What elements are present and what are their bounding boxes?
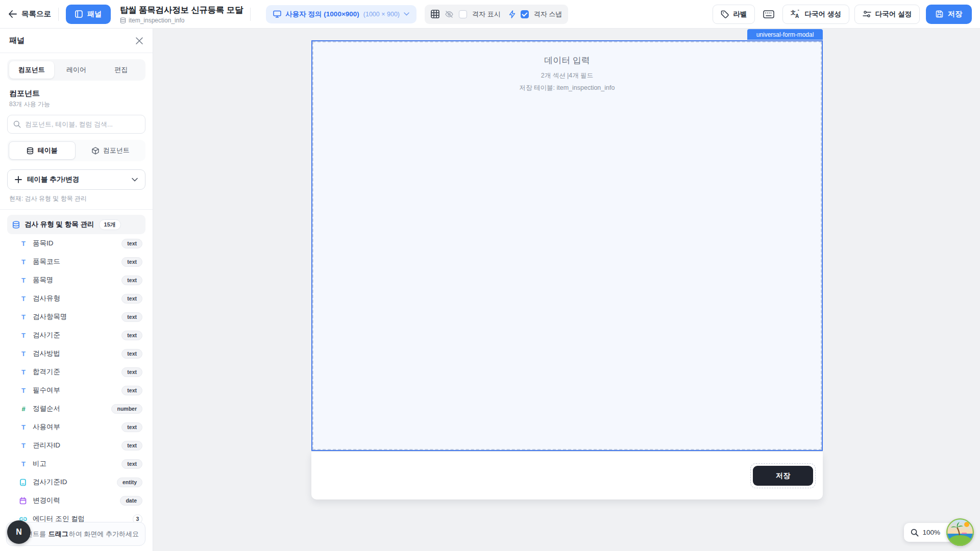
chevron-down-icon xyxy=(404,12,409,16)
modal-summary: 2개 섹션 |4개 필드 xyxy=(312,71,822,80)
save-button-selection-outline: 저장 xyxy=(750,463,816,488)
modal-save-button[interactable]: 저장 xyxy=(753,466,813,486)
table-name-label: 검사 유형 및 항목 관리 xyxy=(24,220,94,229)
component-search[interactable] xyxy=(7,115,145,134)
field-row[interactable]: T품목IDtext xyxy=(7,234,145,253)
panel-toggle-button[interactable]: 패널 xyxy=(66,5,111,24)
field-name-label: 검사기준 xyxy=(33,331,116,340)
magnifier-icon xyxy=(911,529,919,537)
field-type-badge: text xyxy=(121,294,142,304)
field-row[interactable]: 변경이력date xyxy=(7,491,145,510)
eye-off-icon[interactable] xyxy=(445,10,454,18)
left-panel: 패널 컴포넌트 레이어 편집 컴포넌트 83개 사용 가능 테이블 컴포넌트 xyxy=(0,29,153,551)
label-button[interactable]: 라벨 xyxy=(713,5,755,24)
show-grid-checkbox[interactable] xyxy=(459,10,467,18)
field-row[interactable]: #정렬순서number xyxy=(7,399,145,418)
database-icon xyxy=(120,17,126,23)
text-type-icon: T xyxy=(19,442,28,449)
field-name-label: 품목명 xyxy=(33,276,116,285)
plus-icon xyxy=(15,176,22,183)
date-type-icon xyxy=(19,497,28,505)
back-to-list-label: 목록으로 xyxy=(21,9,51,19)
search-input[interactable] xyxy=(25,120,139,128)
i18n-settings-label: 다국어 설정 xyxy=(875,10,912,19)
field-row[interactable]: T필수여부text xyxy=(7,381,145,399)
field-row[interactable]: 검사기준IDentity xyxy=(7,473,145,491)
modal-footer: 저장 xyxy=(311,452,823,499)
field-row[interactable]: T품목명text xyxy=(7,271,145,289)
header-save-label: 저장 xyxy=(948,10,962,19)
mode-tab-tables-label: 테이블 xyxy=(38,146,58,155)
field-type-badge: entity xyxy=(117,478,142,487)
snap-grid-checkbox[interactable] xyxy=(521,10,529,18)
field-row[interactable]: T비고text xyxy=(7,455,145,473)
keyboard-shortcuts-button[interactable] xyxy=(760,5,777,24)
field-type-badge: text xyxy=(121,441,142,450)
universal-form-modal-component[interactable]: 데이터 입력 2개 섹션 |4개 필드 저장 테이블: item_inspect… xyxy=(311,40,823,451)
components-available-count: 83개 사용 가능 xyxy=(9,100,143,109)
page-title: 탑씰 품목검사정보 신규등록 모달 xyxy=(120,5,243,16)
svg-text:A: A xyxy=(795,13,799,18)
i18n-settings-button[interactable]: 다국어 설정 xyxy=(854,5,920,24)
mode-tab-tables[interactable]: 테이블 xyxy=(9,141,76,160)
tab-layers[interactable]: 레이어 xyxy=(54,61,99,79)
text-type-icon: T xyxy=(19,368,28,376)
add-change-table-label: 테이블 추가/변경 xyxy=(27,175,127,184)
panel-tabs: 컴포넌트 레이어 편집 xyxy=(7,59,145,81)
translate-icon: 文A xyxy=(791,10,800,18)
panel-toggle-label: 패널 xyxy=(87,10,102,19)
field-row[interactable]: T관리자IDtext xyxy=(7,436,145,455)
text-type-icon: T xyxy=(19,332,28,339)
label-button-text: 라벨 xyxy=(733,10,747,19)
field-type-badge: text xyxy=(121,276,142,285)
entity-type-icon xyxy=(19,479,28,486)
top-header: 목록으로 패널 탑씰 품목검사정보 신규등록 모달 item_inspectio… xyxy=(0,0,980,29)
field-type-badge: number xyxy=(111,404,142,414)
viewport-size-select[interactable]: 사용자 정의 (1000×900) (1000 × 900) xyxy=(266,5,416,23)
field-name-label: 비고 xyxy=(33,459,116,468)
grid-toolbar: 격자 표시 격자 스냅 xyxy=(425,5,568,24)
field-name-label: 합격기준 xyxy=(33,367,116,377)
divider xyxy=(58,8,59,21)
field-row[interactable]: T품목코드text xyxy=(7,253,145,271)
table-header-row[interactable]: 검사 유형 및 항목 관리 15개 xyxy=(7,215,145,234)
field-type-badge: text xyxy=(121,312,142,322)
text-type-icon: T xyxy=(19,350,28,358)
text-type-icon: T xyxy=(19,240,28,247)
text-type-icon: T xyxy=(19,313,28,321)
island-widget-icon[interactable] xyxy=(946,518,974,546)
field-type-badge: text xyxy=(121,349,142,359)
tab-components[interactable]: 컴포넌트 xyxy=(9,61,54,79)
text-type-icon: T xyxy=(19,460,28,468)
snap-grid-label: 격자 스냅 xyxy=(534,10,562,19)
field-type-badge: text xyxy=(121,239,142,248)
field-row[interactable]: T검사유형text xyxy=(7,289,145,308)
text-type-icon: T xyxy=(19,423,28,431)
panel-title: 패널 xyxy=(9,36,24,45)
database-icon xyxy=(12,221,20,229)
field-name-label: 관리자ID xyxy=(33,441,116,450)
mode-tab-components[interactable]: 컴포넌트 xyxy=(78,141,144,160)
tab-edit[interactable]: 편집 xyxy=(99,61,143,79)
text-type-icon: T xyxy=(19,387,28,394)
header-save-button[interactable]: 저장 xyxy=(926,5,972,24)
close-icon[interactable] xyxy=(135,37,143,45)
field-row[interactable]: T검사항목명text xyxy=(7,308,145,326)
keyboard-icon xyxy=(763,10,774,18)
components-section-title: 컴포넌트 xyxy=(9,89,143,98)
field-row[interactable]: T합격기준text xyxy=(7,363,145,381)
document-title-block: 탑씰 품목검사정보 신규등록 모달 item_inspection_info xyxy=(120,5,243,24)
back-to-list-button[interactable]: 목록으로 xyxy=(8,9,51,19)
field-row[interactable]: T검사기준text xyxy=(7,326,145,344)
field-type-badge: text xyxy=(121,386,142,395)
bound-table-name: item_inspection_info xyxy=(129,17,184,24)
field-type-badge: text xyxy=(121,257,142,267)
field-row[interactable]: T사용여부text xyxy=(7,418,145,436)
grid-icon[interactable] xyxy=(431,10,439,18)
add-change-table-button[interactable]: 테이블 추가/변경 xyxy=(7,169,145,190)
field-name-label: 정렬순서 xyxy=(33,404,106,413)
field-type-badge: date xyxy=(120,496,142,506)
field-row[interactable]: T검사방법text xyxy=(7,344,145,363)
i18n-generate-button[interactable]: 文A 다국어 생성 xyxy=(782,5,849,24)
i18n-generate-label: 다국어 생성 xyxy=(804,10,841,19)
